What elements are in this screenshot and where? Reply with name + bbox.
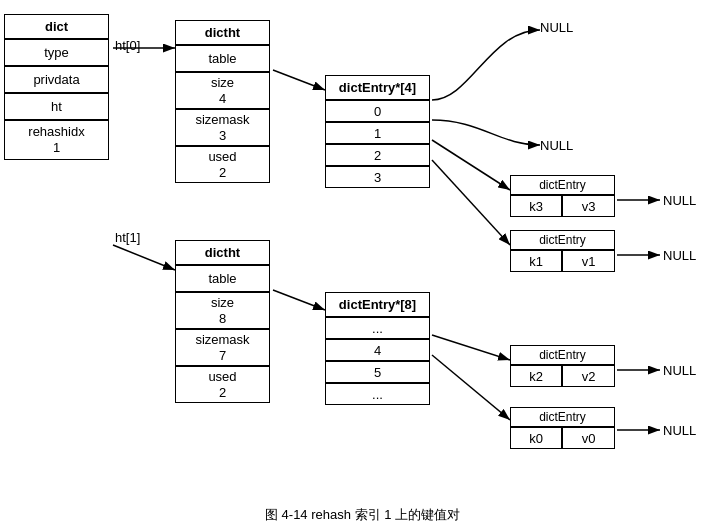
dict-cell-privdata: privdata [4,66,109,93]
dictht1-sizemask: sizemask7 [175,329,270,366]
svg-line-1 [113,245,175,270]
array1-header: dictEntry*[8] [325,292,430,317]
dictentry-k3v3-key: k3 [510,195,562,217]
null-label-5: NULL [663,363,696,378]
dict-header: dict [4,14,109,39]
dictht0-table: table [175,45,270,72]
svg-line-4 [432,140,510,190]
svg-line-9 [432,355,510,420]
dictentry-k2v2-val: v2 [562,365,615,387]
dictht0-size: size4 [175,72,270,109]
array1-cell4: 4 [325,339,430,361]
dictht1-header: dictht [175,240,270,265]
null-label-1: NULL [540,20,573,35]
dictht1-size: size8 [175,292,270,329]
null-label-4: NULL [663,248,696,263]
array1-cell-dots1: ... [325,317,430,339]
dict-cell-rehashidx: rehashidx1 [4,120,109,160]
dictentry-k1v1-val: v1 [562,250,615,272]
null-label-2: NULL [540,138,573,153]
dict-cell-ht: ht [4,93,109,120]
dictentry-k0v0-key: k0 [510,427,562,449]
dict-cell-type: type [4,39,109,66]
dictentry-k1v1-header: dictEntry [510,230,615,250]
null-label-6: NULL [663,423,696,438]
dictht0-header: dictht [175,20,270,45]
array0-cell3: 3 [325,166,430,188]
array1-cell5: 5 [325,361,430,383]
null-label-3: NULL [663,193,696,208]
caption: 图 4-14 rehash 索引 1 上的键值对 [0,506,725,524]
dictht0-used: used2 [175,146,270,183]
ht0-label: ht[0] [115,38,140,53]
svg-line-3 [273,290,325,310]
dictentry-k0v0-val: v0 [562,427,615,449]
array0-cell0: 0 [325,100,430,122]
dictht0-sizemask: sizemask3 [175,109,270,146]
dictht1-table: table [175,265,270,292]
dictentry-k3v3-val: v3 [562,195,615,217]
svg-line-2 [273,70,325,90]
dictentry-k2v2-key: k2 [510,365,562,387]
array0-cell1: 1 [325,122,430,144]
dictentry-k2v2-header: dictEntry [510,345,615,365]
svg-line-5 [432,160,510,245]
ht1-label: ht[1] [115,230,140,245]
dictentry-k3v3-header: dictEntry [510,175,615,195]
dictht1-used: used2 [175,366,270,403]
svg-line-8 [432,335,510,360]
array1-cell-dots2: ... [325,383,430,405]
array0-cell2: 2 [325,144,430,166]
dictentry-k0v0-header: dictEntry [510,407,615,427]
diagram: dict type privdata ht rehashidx1 ht[0] h… [0,0,725,510]
dictentry-k1v1-key: k1 [510,250,562,272]
array0-header: dictEntry*[4] [325,75,430,100]
